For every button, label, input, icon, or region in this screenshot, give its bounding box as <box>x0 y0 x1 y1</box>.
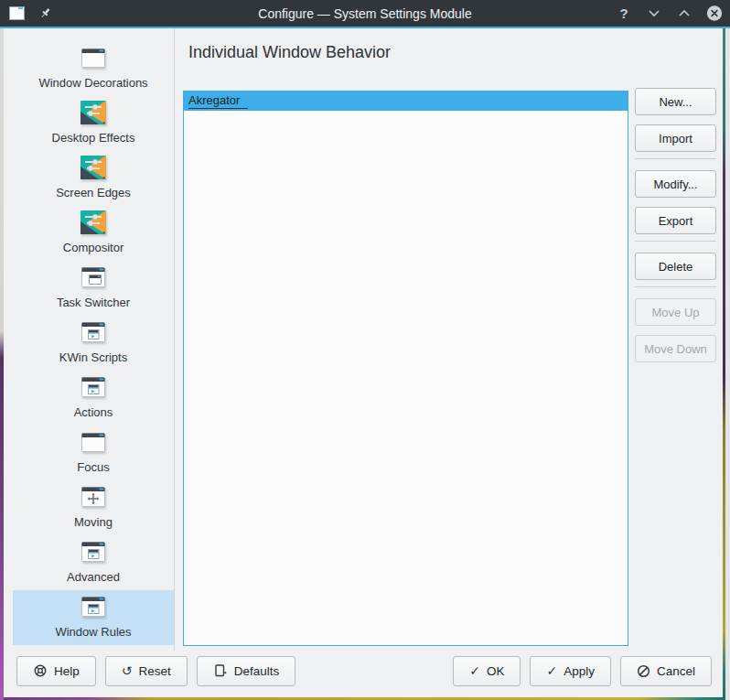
rule-name: Akregator <box>188 93 248 109</box>
sidebar-item-kwin-scripts[interactable]: KWin Scripts <box>13 316 174 371</box>
window-move-icon <box>79 482 108 512</box>
sidebar-item-window-decorations[interactable]: Window Decorations <box>13 41 174 96</box>
window-script-icon <box>79 372 108 402</box>
sidebar-item-label: Task Switcher <box>57 296 130 309</box>
cancel-button-label: Cancel <box>657 664 695 678</box>
close-icon <box>706 5 723 22</box>
reset-button-label: Reset <box>139 664 171 678</box>
apply-button[interactable]: ✓ Apply <box>530 656 611 686</box>
new-button[interactable]: New... <box>635 88 716 115</box>
page-title: Individual Window Behavior <box>188 43 391 62</box>
window-menu-button[interactable] <box>8 5 25 22</box>
sidebar-item-label: Compositor <box>63 241 123 254</box>
maximize-button[interactable] <box>676 5 692 22</box>
sidebar-item-compositor[interactable]: Compositor <box>13 206 174 261</box>
list-item-akregator[interactable]: Akregator <box>184 92 628 111</box>
window-inner-icon <box>79 263 108 292</box>
help-button[interactable]: Help <box>16 656 96 686</box>
sidebar-item-label: Window Rules <box>55 625 131 639</box>
ok-check-icon: ✓ <box>469 664 480 677</box>
desktop-edge-right <box>723 28 725 697</box>
delete-button[interactable]: Delete <box>635 253 716 280</box>
sidebar-item-label: Actions <box>74 405 113 419</box>
sidebar-item-label: Moving <box>74 515 113 529</box>
help-lifebuoy-icon <box>33 663 48 678</box>
help-button-label: Help <box>54 664 80 678</box>
effects-icon <box>79 98 108 127</box>
close-button[interactable] <box>706 5 723 22</box>
window-script-icon <box>79 318 108 347</box>
move-down-button[interactable]: Move Down <box>635 335 716 362</box>
dialog-button-box: Help ↺ Reset Defaults ✓ OK ✓ Apply <box>4 653 723 688</box>
ok-button-label: OK <box>487 664 505 678</box>
effects-icon <box>79 208 108 237</box>
effects-icon <box>79 153 108 182</box>
sidebar-divider <box>174 28 175 651</box>
sidebar: Window Decorations Desktop Effects Scree… <box>4 28 174 651</box>
rule-action-buttons: New... Import Modify... Export Delete Mo… <box>635 88 716 372</box>
pin-keep-above-icon[interactable] <box>37 5 53 22</box>
titlebar[interactable]: Configure — System Settings Module <box>0 0 730 27</box>
sidebar-item-label: Advanced <box>67 570 120 584</box>
minimize-button[interactable] <box>646 5 662 22</box>
window-rules-list[interactable]: Akregator <box>183 91 628 646</box>
sidebar-item-label: Window Decorations <box>38 76 147 90</box>
sidebar-item-screen-edges[interactable]: Screen Edges <box>13 151 174 206</box>
move-up-button[interactable]: Move Up <box>635 298 716 326</box>
import-button[interactable]: Import <box>635 124 716 152</box>
ok-button[interactable]: ✓ OK <box>453 656 521 686</box>
reset-button[interactable]: ↺ Reset <box>105 656 188 686</box>
sidebar-item-label: Focus <box>77 460 109 474</box>
sidebar-item-moving[interactable]: Moving <box>13 480 174 535</box>
sidebar-item-actions[interactable]: Actions <box>13 371 174 425</box>
chevron-up-icon <box>678 9 691 17</box>
modify-button[interactable]: Modify... <box>635 170 716 198</box>
sidebar-item-label: Screen Edges <box>56 186 131 199</box>
desktop-edge-right-window <box>725 28 730 700</box>
sidebar-item-desktop-effects[interactable]: Desktop Effects <box>13 96 174 151</box>
defaults-document-icon <box>213 663 228 678</box>
sidebar-item-task-switcher[interactable]: Task Switcher <box>13 261 174 316</box>
sidebar-item-label: KWin Scripts <box>59 350 127 364</box>
window-script-icon <box>79 537 108 566</box>
sidebar-item-focus[interactable]: Focus <box>13 425 174 480</box>
cancel-button[interactable]: Cancel <box>620 656 712 686</box>
app-window-icon <box>9 6 25 20</box>
reset-undo-icon: ↺ <box>122 664 133 677</box>
apply-button-label: Apply <box>564 664 595 678</box>
cancel-prohibition-icon <box>637 664 650 678</box>
button-separator <box>635 158 716 159</box>
window-plain-icon <box>79 43 108 72</box>
chevron-down-icon <box>648 9 660 17</box>
button-separator <box>635 286 716 287</box>
defaults-button-label: Defaults <box>234 664 280 678</box>
apply-check-icon: ✓ <box>546 664 557 677</box>
configure-dialog: Configure — System Settings Module <box>0 0 730 700</box>
defaults-button[interactable]: Defaults <box>197 656 296 686</box>
titlebar-help-button[interactable]: ? <box>616 5 632 22</box>
window-plain-icon <box>79 427 108 457</box>
sidebar-item-label: Desktop Effects <box>52 131 135 145</box>
sidebar-item-advanced[interactable]: Advanced <box>13 535 174 590</box>
window-script-icon <box>79 592 108 621</box>
export-button[interactable]: Export <box>635 207 716 234</box>
button-separator <box>635 241 716 242</box>
sidebar-item-window-rules[interactable]: Window Rules <box>13 590 174 645</box>
